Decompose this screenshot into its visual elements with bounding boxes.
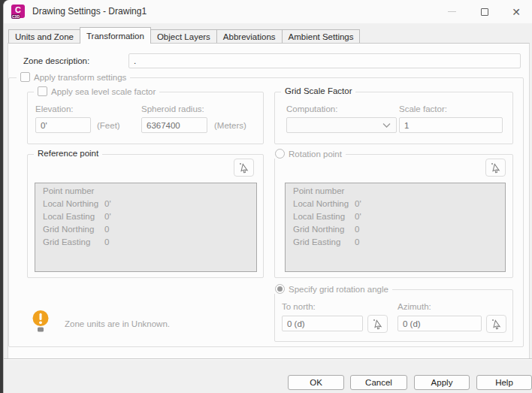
pick-point-cursor-icon [491,162,501,174]
to-north-input [282,316,363,331]
elevation-unit-label: (Feet) [97,121,120,130]
ref-row-value: 0' [104,199,111,212]
zone-description-label: Zone description: [23,56,89,65]
sea-level-label: Apply sea level scale factor [51,87,156,96]
spheroid-radius-input [141,117,207,133]
reference-point-panel: Point number Local Northing0' Local East… [35,183,257,272]
rot-row-label: Grid Easting [293,237,355,250]
rot-row-value: 0' [355,212,361,225]
cancel-button[interactable]: Cancel [350,375,407,390]
elevation-label: Elevation: [35,104,74,113]
civil3d-icon: C C3D [11,5,25,18]
spheroid-unit-label: (Meters) [214,121,246,130]
grid-scale-label: Grid Scale Factor [285,86,352,95]
minimize-icon [448,11,456,12]
window-title: Drawing Settings - Drawing1 [32,6,147,17]
rot-row-value: 0' [355,199,361,212]
apply-transform-label: Apply transform settings [34,73,126,82]
ref-row-label: Local Easting [43,212,104,225]
computation-dropdown [286,117,397,133]
ref-row-label: Point number [43,186,163,199]
reference-point-label: Reference point [38,149,98,158]
ref-row-value: 0 [104,225,109,237]
scale-factor-input [399,117,503,133]
tab-strip: Units and Zone Transformation Object Lay… [8,27,359,44]
rotation-point-label: Rotation point [289,150,342,159]
rot-row-label: Local Easting [293,212,355,225]
rot-row-label: Local Northing [293,199,355,212]
lightbulb-warning-icon [31,310,51,333]
tab-object-layers[interactable]: Object Layers [150,29,217,44]
footer-separator [4,358,532,360]
scale-factor-label: Scale factor: [399,104,447,113]
tab-transformation[interactable]: Transformation [80,27,151,44]
azimuth-label: Azimuth: [397,302,431,311]
pick-point-cursor-icon [239,162,249,174]
ref-row-label: Grid Easting [43,237,104,250]
rot-row-label: Grid Northing [293,225,355,237]
app-background: { "window": { "title": "Drawing Settings… [0,0,532,393]
tab-ambient-settings[interactable]: Ambient Settings [282,29,361,44]
tab-abbreviations[interactable]: Abbreviations [216,29,283,44]
rotation-angle-radio[interactable] [275,284,285,294]
close-icon: ✕ [512,7,521,17]
maximize-icon [481,8,488,16]
computation-label: Computation: [286,104,337,113]
ref-row-value: 0' [104,212,111,225]
rot-row-label: Point number [293,186,413,199]
rot-row-value: 0 [355,225,359,237]
close-button[interactable]: ✕ [503,0,529,23]
drawing-settings-dialog: C C3D Drawing Settings - Drawing1 ✕ Unit… [3,0,532,393]
chevron-down-icon [382,123,391,128]
pick-point-cursor-icon [491,319,502,330]
rotation-point-panel: Point number Local Northing0' Local East… [285,183,506,272]
ok-button[interactable]: OK [288,375,344,390]
rotation-point-radio[interactable] [275,149,285,159]
apply-button[interactable]: Apply [414,375,470,390]
ref-row-label: Grid Northing [43,225,104,237]
spheroid-radius-label: Spheroid radius: [141,104,204,113]
title-bar: C C3D Drawing Settings - Drawing1 ✕ [4,0,532,23]
rot-row-value: 0 [355,237,359,250]
rotation-angle-label: Specify grid rotation angle [289,285,388,294]
ref-row-value: 0 [104,237,109,250]
minimize-button[interactable] [439,0,464,23]
to-north-pick-button [367,315,388,333]
rotation-point-pick-button [485,159,506,177]
sea-level-checkbox[interactable] [38,86,47,96]
zone-description-input[interactable] [128,53,521,68]
apply-transform-checkbox[interactable] [20,72,30,82]
tab-units-and-zone[interactable]: Units and Zone [8,29,80,44]
maximize-button[interactable] [472,0,497,23]
to-north-label: To north: [282,302,316,311]
help-button[interactable]: Help [476,375,532,390]
reference-point-pick-button [234,159,254,177]
azimuth-input [397,316,482,331]
azimuth-pick-button [486,315,506,333]
pick-point-cursor-icon [373,319,383,330]
elevation-input [35,117,91,133]
status-message: Zone units are in Unknown. [65,319,170,328]
ref-row-label: Local Northing [43,199,104,212]
